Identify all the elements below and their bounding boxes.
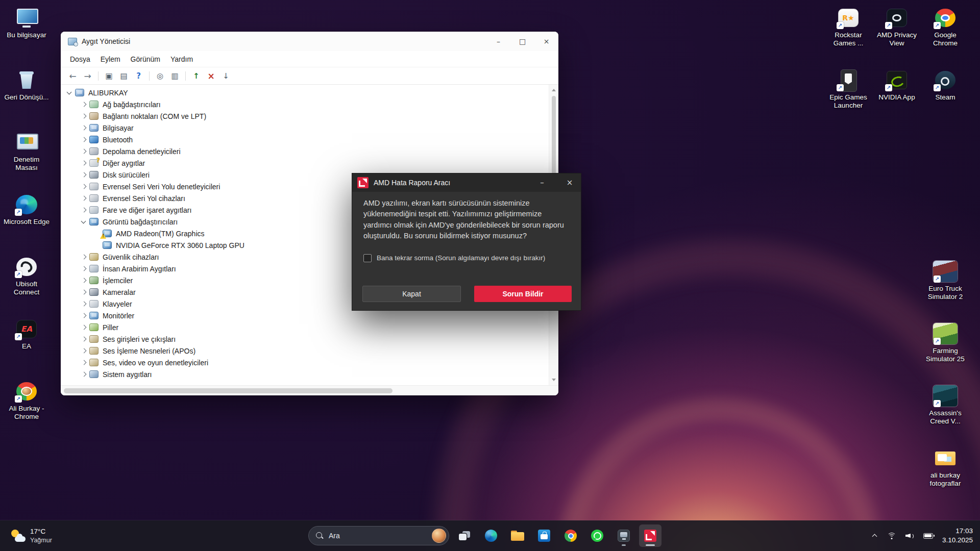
chevron-collapsed-icon[interactable]: [79, 253, 88, 262]
properties-button[interactable]: ▤: [117, 69, 131, 83]
chevron-collapsed-icon[interactable]: [79, 159, 88, 168]
taskbar-app-microsoft-store[interactable]: [533, 524, 555, 547]
devices-view-button[interactable]: ▥: [168, 69, 182, 83]
taskbar-clock[interactable]: 17:03 3.10.2025: [942, 527, 973, 545]
chevron-expanded-icon[interactable]: [65, 88, 74, 97]
maximize-button[interactable]: □: [510, 32, 534, 51]
tree-item[interactable]: Ses İşleme Nesneleri (APOs): [61, 345, 549, 357]
dialog-close-button[interactable]: ×: [558, 173, 581, 192]
chevron-collapsed-icon[interactable]: [79, 346, 88, 356]
chevron-collapsed-icon[interactable]: [79, 358, 88, 367]
dont-ask-again-row[interactable]: Bana tekrar sorma (Sorun algılamayı devr…: [363, 254, 570, 262]
desktop-icon-ubisoft-connect[interactable]: ↗Ubisoft Connect: [1, 253, 52, 315]
tree-item[interactable]: Bluetooth: [61, 134, 549, 145]
horizontal-scrollbar[interactable]: [61, 385, 558, 395]
volume-icon[interactable]: [905, 533, 914, 539]
chevron-collapsed-icon[interactable]: [79, 335, 88, 344]
desktop-icon-ea[interactable]: ↗EA: [1, 315, 52, 378]
update-driver-button[interactable]: ↑: [189, 69, 203, 83]
chevron-collapsed-icon[interactable]: [79, 100, 88, 109]
chevron-collapsed-icon[interactable]: [79, 206, 88, 215]
disable-device-button[interactable]: ↓: [219, 69, 233, 83]
desktop-icon-google-chrome[interactable]: ↗Google Chrome: [920, 4, 971, 66]
chevron-collapsed-icon[interactable]: [79, 112, 88, 121]
chevron-collapsed-icon[interactable]: [79, 299, 88, 309]
weather-widget[interactable]: 17°C Yağmur: [6, 520, 56, 551]
wifi-icon[interactable]: [887, 533, 896, 539]
chevron-expanded-icon[interactable]: [79, 217, 88, 227]
taskbar-app-amd-report-tool[interactable]: [639, 524, 662, 547]
amd-dialog-titlebar[interactable]: AMD Hata Raporu Aracı – ×: [352, 173, 581, 192]
desktop-icon-assassins-creed[interactable]: ↗Assassin's Creed V...: [920, 382, 971, 444]
taskbar-app-file-explorer[interactable]: [506, 524, 529, 547]
dialog-minimize-button[interactable]: –: [531, 173, 553, 192]
chevron-collapsed-icon[interactable]: [79, 323, 88, 332]
tree-item[interactable]: Ağ bağdaştırıcıları: [61, 98, 549, 110]
chevron-collapsed-icon[interactable]: [79, 370, 88, 379]
taskbar-search[interactable]: Ara: [308, 526, 449, 545]
desktop-icon-ali-burkay-fotograflar[interactable]: ali burkay fotograflar: [920, 444, 971, 507]
desktop-icon-amd-privacy-view[interactable]: ↗AMD Privacy View: [871, 4, 922, 66]
console-window-button[interactable]: ▣: [102, 69, 116, 83]
taskbar-app-chrome[interactable]: [559, 524, 582, 547]
tree-item[interactable]: Monitörler: [61, 310, 549, 321]
taskbar-app-task-view[interactable]: [453, 524, 476, 547]
chevron-collapsed-icon[interactable]: [79, 288, 88, 297]
desktop-icon-nvidia-app[interactable]: ↗NVIDIA App: [871, 66, 922, 129]
minimize-button[interactable]: –: [486, 32, 510, 51]
chevron-collapsed-icon[interactable]: [79, 135, 88, 144]
chevron-collapsed-icon[interactable]: [79, 147, 88, 156]
chevron-collapsed-icon[interactable]: [79, 182, 88, 191]
desktop-icon-steam[interactable]: ↗Steam: [920, 66, 971, 129]
tree-item[interactable]: ALIBURKAY: [61, 87, 549, 98]
scrollbar-thumb[interactable]: [64, 388, 393, 393]
hidden-icons-chevron-icon[interactable]: [872, 533, 878, 539]
desktop-icon-ali-burkay-chrome[interactable]: ↗Ali Burkay - Chrome: [1, 378, 52, 440]
forward-button[interactable]: →: [81, 69, 94, 83]
chevron-collapsed-icon[interactable]: [79, 264, 88, 273]
start-button[interactable]: [282, 524, 304, 547]
menu-item-2[interactable]: Görünüm: [126, 53, 165, 65]
tree-item-label: Kameralar: [103, 288, 136, 296]
tree-item[interactable]: Depolama denetleyicileri: [61, 145, 549, 157]
whatsapp-icon: [591, 530, 603, 542]
device-manager-titlebar[interactable]: Aygıt Yöneticisi – □ ×: [61, 32, 558, 51]
tree-item[interactable]: Bilgisayar: [61, 122, 549, 134]
chevron-collapsed-icon[interactable]: [79, 276, 88, 285]
taskbar-app-whatsapp[interactable]: [586, 524, 608, 547]
chevron-collapsed-icon[interactable]: [79, 170, 88, 180]
desktop-icon-recycle-bin[interactable]: Geri Dönüşü...: [1, 66, 52, 129]
tree-item[interactable]: Diğer aygıtlar: [61, 157, 549, 169]
chevron-collapsed-icon[interactable]: [79, 194, 88, 203]
desktop-icon-rockstar-games[interactable]: ↗Rockstar Games ...: [823, 4, 874, 66]
tree-item[interactable]: Ses, video ve oyun denetleyicileri: [61, 357, 549, 368]
taskbar-app-device-manager[interactable]: [612, 524, 635, 547]
taskbar-app-edge[interactable]: [480, 524, 502, 547]
desktop-icon-euro-truck-simulator-2[interactable]: ↗Euro Truck Simulator 2: [920, 258, 971, 320]
battery-icon[interactable]: [923, 533, 933, 539]
help-button[interactable]: ?: [132, 69, 145, 83]
sorun-bildir-button[interactable]: Sorun Bildir: [474, 286, 572, 302]
desktop-icon-this-pc[interactable]: Bu bilgisayar: [1, 4, 52, 66]
taskbar: 17°C Yağmur Ara 17:03 3.10.2025: [0, 520, 980, 551]
back-button[interactable]: ←: [66, 69, 80, 83]
menu-item-3[interactable]: Yardım: [165, 53, 198, 65]
tree-item[interactable]: Piller: [61, 321, 549, 333]
chevron-collapsed-icon[interactable]: [79, 311, 88, 320]
search-highlight-avatar[interactable]: [432, 529, 446, 543]
menu-item-1[interactable]: Eylem: [95, 53, 126, 65]
desktop-icon-control-panel[interactable]: Denetim Masası: [1, 129, 52, 191]
tree-item[interactable]: Bağlantı noktaları (COM ve LPT): [61, 110, 549, 122]
desktop-icon-epic-games-launcher[interactable]: ↗Epic Games Launcher: [823, 66, 874, 129]
close-button[interactable]: ×: [534, 32, 558, 51]
tree-item[interactable]: Sistem aygıtları: [61, 368, 549, 380]
desktop-icon-microsoft-edge[interactable]: ↗Microsoft Edge: [1, 191, 52, 253]
checkbox-icon[interactable]: [363, 254, 372, 262]
desktop-icon-farming-simulator-25[interactable]: ↗Farming Simulator 25: [920, 320, 971, 382]
kapat-button[interactable]: Kapat: [362, 286, 461, 302]
chevron-collapsed-icon[interactable]: [79, 123, 88, 133]
scan-hardware-changes-button[interactable]: ◎: [153, 69, 167, 83]
uninstall-device-button[interactable]: ×: [204, 69, 218, 83]
tree-item[interactable]: Ses girişleri ve çıkışları: [61, 333, 549, 345]
menu-item-0[interactable]: Dosya: [65, 53, 95, 65]
